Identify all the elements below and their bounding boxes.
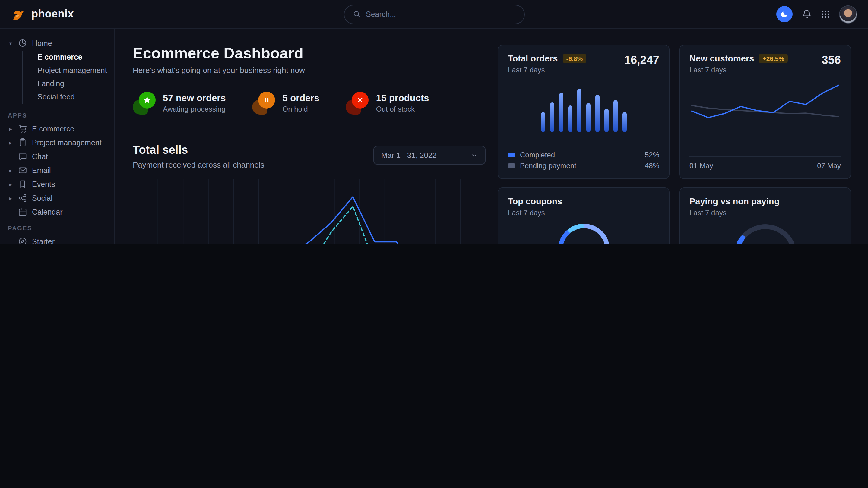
orders-bar-chart <box>508 79 659 132</box>
chevron-down-icon <box>470 152 478 159</box>
new-customers-card: New customers +26.5% Last 7 days 356 01 … <box>679 44 851 179</box>
stats-row: 57 new ordersAwating processing5 ordersO… <box>133 92 486 115</box>
card-title: Paying vs non paying <box>689 197 841 206</box>
phoenix-logo-icon <box>11 6 27 22</box>
apps-grid-button[interactable] <box>821 10 830 19</box>
brand[interactable]: phoenix <box>11 6 115 22</box>
card-title: New customers <box>689 54 754 63</box>
pie-icon <box>18 39 27 47</box>
sidebar: ▾HomeE commerceProject managementLanding… <box>0 29 115 244</box>
star-icon <box>143 96 151 104</box>
card-period: Last 7 days <box>689 66 788 74</box>
navbar-search-input[interactable] <box>366 10 516 19</box>
sidebar-item-e-commerce[interactable]: E commerce <box>23 51 114 64</box>
stat-on-hold: 5 ordersOn hold <box>252 92 319 115</box>
theme-toggle-button[interactable] <box>776 6 793 22</box>
card-title: Top coupons <box>508 197 659 206</box>
dashboard-summary: Ecommerce Dashboard Here's what's going … <box>133 44 486 244</box>
stat-awating-processing: 57 new ordersAwating processing <box>133 92 226 115</box>
coupons-donut: 72% <box>554 220 613 244</box>
page-title: Ecommerce Dashboard <box>133 44 486 62</box>
total-orders-value: 16,247 <box>624 54 659 67</box>
clipboard-icon <box>18 138 27 147</box>
compass-icon <box>18 237 27 244</box>
sidebar-item-starter[interactable]: Starter <box>0 234 114 244</box>
caret-right-icon: ▸ <box>8 139 13 145</box>
notifications-button[interactable] <box>802 9 812 19</box>
paying-gauge <box>720 217 810 244</box>
user-avatar[interactable] <box>839 5 857 23</box>
chevron-down-icon <box>470 152 478 159</box>
bell-icon <box>802 9 812 19</box>
orders-legend: Completed52%Pending payment48% <box>508 151 659 170</box>
legend-completed: Completed52% <box>508 151 659 159</box>
card-period: Last 7 days <box>689 208 841 217</box>
bell-icon <box>802 9 812 19</box>
sidebar-item-project-management[interactable]: Project management <box>23 64 114 77</box>
sidebar-item-calendar[interactable]: Calendar <box>0 205 114 219</box>
caret-right-icon: ▸ <box>8 195 13 201</box>
main-content: Ecommerce Dashboard Here's what's going … <box>115 29 868 244</box>
date-range-select[interactable]: Mar 1 - 31, 2022 <box>373 146 486 165</box>
page-subtitle: Here's what's going on at your business … <box>133 66 486 75</box>
moon-icon <box>780 10 789 19</box>
sidebar-item-e-commerce[interactable]: ▸E commerce <box>0 122 114 136</box>
calendar-icon <box>18 207 27 217</box>
paying-gauge-svg <box>720 217 810 244</box>
sidebar-nav: ▾HomeE commerceProject managementLanding… <box>0 36 114 244</box>
sidebar-item-chat[interactable]: Chat <box>0 150 114 163</box>
paying-vs-non-paying-card: Paying vs non paying Last 7 days Paying … <box>679 188 851 244</box>
app-root: phoenix ▾HomeE commerceProject managemen… <box>0 0 868 244</box>
card-period: Last 7 days <box>508 208 659 217</box>
change-badge: -6.8% <box>562 54 586 63</box>
navbar-actions <box>776 5 857 23</box>
customers-line-svg <box>691 80 840 136</box>
new-customers-value: 356 <box>822 54 841 67</box>
sidebar-item-social-feed[interactable]: Social feed <box>23 90 114 104</box>
sidebar-item-project-management[interactable]: ▸Project management <box>0 136 114 150</box>
legend-pending-payment: Pending payment48% <box>508 162 659 170</box>
kpi-cards: Total orders -6.8% Last 7 days 16,247 Co… <box>498 44 851 244</box>
sidebar-item-home[interactable]: ▾Home <box>0 36 114 50</box>
moon-icon <box>780 10 789 19</box>
grid9-icon <box>821 10 830 19</box>
customers-line-chart <box>689 74 841 156</box>
caret-right-icon: ▸ <box>8 181 13 187</box>
home-submenu: E commerceProject managementLandingSocia… <box>22 51 114 104</box>
coupons-center-value: 72% <box>554 220 613 244</box>
pause-icon <box>263 96 271 104</box>
sidebar-item-email[interactable]: ▸Email <box>0 163 114 177</box>
grid-icon <box>821 10 830 19</box>
total-sells-svg <box>133 179 486 244</box>
mail-icon <box>18 166 27 175</box>
sidebar-item-landing[interactable]: Landing <box>23 77 114 90</box>
caret-right-icon: ▸ <box>8 126 13 132</box>
total-sells-subtitle: Payment received across all channels <box>133 160 264 169</box>
total-sells-title: Total sells <box>133 143 264 157</box>
change-badge: +26.5% <box>759 54 788 63</box>
customers-x-labels: 01 May 07 May <box>689 156 841 170</box>
search-icon <box>352 10 361 18</box>
total-orders-card: Total orders -6.8% Last 7 days 16,247 Co… <box>498 44 670 179</box>
total-sells-chart <box>133 179 486 244</box>
x-icon <box>356 96 365 104</box>
search-icon <box>352 10 361 18</box>
chat-icon <box>18 152 27 161</box>
pause-badge-icon <box>252 92 275 115</box>
x-badge-icon <box>346 92 369 115</box>
card-title: Total orders <box>508 54 558 63</box>
sidebar-section-title: PAGES <box>0 219 114 234</box>
card-period: Last 7 days <box>508 66 586 74</box>
cart-icon <box>18 124 27 133</box>
top-coupons-card: Top coupons Last 7 days 72% Percentage d… <box>498 188 670 244</box>
caret-down-icon: ▾ <box>8 40 13 46</box>
star-badge-icon <box>133 92 156 115</box>
caret-right-icon: ▸ <box>8 167 13 173</box>
navbar-search[interactable] <box>343 4 525 24</box>
sidebar-item-events[interactable]: ▸Events <box>0 177 114 191</box>
stat-out-of-stock: 15 productsOut of stock <box>346 92 429 115</box>
sidebar-section-title: APPS <box>0 106 114 122</box>
bookmark-icon <box>18 180 27 189</box>
sidebar-item-social[interactable]: ▸Social <box>0 191 114 205</box>
share-icon <box>18 194 27 202</box>
